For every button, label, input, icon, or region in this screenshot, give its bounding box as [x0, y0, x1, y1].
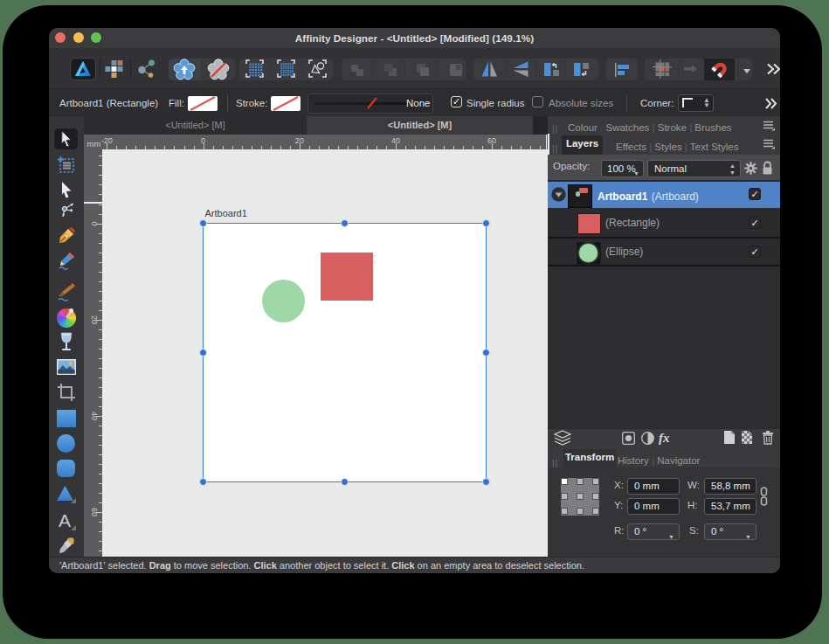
svg-text:A: A — [58, 510, 70, 530]
